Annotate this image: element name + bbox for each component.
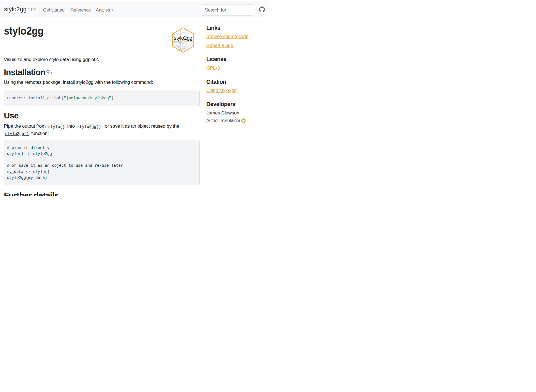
svg-text:stylo2gg: stylo2gg bbox=[174, 35, 192, 41]
svg-text:Hamilton Hamilton: Hamilton Hamilton bbox=[173, 42, 180, 43]
svg-text:?: ? bbox=[183, 48, 184, 49]
svg-text:?: ? bbox=[185, 45, 186, 46]
svg-text:?: ? bbox=[182, 44, 183, 45]
svg-text:Madison: Madison bbox=[182, 46, 185, 47]
svg-text:?: ? bbox=[183, 42, 183, 43]
svg-text:iD: iD bbox=[242, 119, 245, 122]
svg-text:Jay: Jay bbox=[190, 44, 192, 45]
svg-text:?: ? bbox=[183, 43, 184, 44]
svg-text:hamilton: hamilton bbox=[181, 32, 184, 33]
svg-text:?: ? bbox=[186, 43, 186, 44]
svg-text:Jay: Jay bbox=[190, 42, 192, 43]
